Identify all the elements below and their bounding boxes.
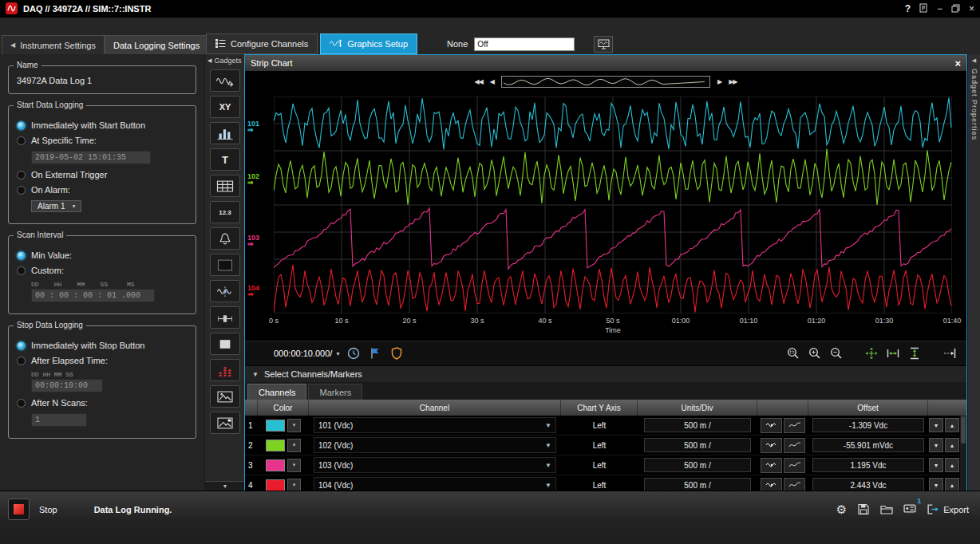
channel-select[interactable]: 102 (Vdc)▼ — [314, 437, 556, 453]
zoom-region-icon[interactable] — [786, 346, 800, 361]
radio-button[interactable] — [17, 341, 26, 350]
report-icon[interactable] — [919, 3, 928, 14]
save-icon[interactable] — [857, 503, 870, 515]
step-forward-button[interactable]: ▶ — [717, 78, 721, 85]
offset-down-button[interactable]: ▼ — [929, 418, 943, 432]
tab-markers[interactable]: Markers — [308, 384, 362, 400]
radio-button[interactable] — [17, 399, 26, 408]
channel-marker-102[interactable]: 102⇒ — [247, 173, 259, 186]
export-button[interactable]: Export — [927, 503, 969, 515]
color-swatch[interactable] — [266, 479, 285, 491]
radio-start-on-alarm[interactable]: On Alarm: — [17, 185, 188, 195]
configure-channels-button[interactable]: Configure Channels — [206, 34, 318, 54]
zoom-in-icon[interactable] — [808, 346, 822, 361]
radio-stop-immediately[interactable]: Immediately with Stop Button — [17, 341, 188, 350]
units-per-div-input[interactable]: 500 m / — [644, 458, 751, 472]
gadget-annotated-image-button[interactable] — [210, 412, 240, 434]
strip-chart-header[interactable]: Strip Chart × — [245, 55, 966, 71]
gadget-table-button[interactable] — [210, 175, 240, 197]
measure-cursor-icon[interactable] — [942, 346, 957, 361]
color-swatch[interactable] — [266, 459, 285, 471]
instrument-status-icon[interactable]: 1 — [903, 503, 916, 516]
autoscale-icon[interactable] — [864, 346, 879, 361]
radio-button[interactable] — [17, 136, 26, 145]
offset-up-button[interactable]: ▲ — [945, 418, 959, 432]
stop-button[interactable] — [8, 499, 30, 520]
radio-button[interactable] — [17, 266, 26, 275]
channel-select[interactable]: 103 (Vdc)▼ — [314, 457, 556, 473]
color-swatch[interactable] — [266, 420, 285, 432]
gear-icon[interactable]: ⚙ — [836, 503, 847, 515]
monitor-display-icon[interactable] — [594, 36, 613, 53]
tab-instrument-settings[interactable]: ◀ Instrument Settings — [2, 35, 105, 54]
close-icon[interactable]: × — [969, 4, 974, 14]
offset-input[interactable]: -1.309 Vdc — [812, 418, 924, 432]
radio-button[interactable] — [17, 251, 26, 260]
gadget-xy-chart-button[interactable]: XY — [210, 96, 240, 118]
color-swatch[interactable] — [266, 440, 285, 451]
start-time-input[interactable] — [31, 151, 151, 164]
timebase-selector[interactable]: 000:00:10.000/ ▾ — [274, 349, 339, 358]
fast-forward-button[interactable]: ▶▶ — [729, 78, 737, 85]
limits-shield-icon[interactable] — [389, 346, 404, 361]
gadget-histogram-button[interactable] — [210, 122, 240, 144]
minimize-icon[interactable]: − — [937, 4, 942, 14]
radio-scan-min-value[interactable]: Min Value: — [17, 250, 188, 260]
table-scrollbar[interactable] — [960, 416, 966, 495]
gadget-text-button[interactable]: T — [210, 148, 240, 171]
gadget-properties-strip[interactable]: ◀ Gadget Properties — [967, 54, 980, 491]
gadget-slider-button[interactable] — [210, 306, 240, 329]
color-dropdown-button[interactable]: ▾ — [287, 439, 301, 452]
channel-marker-103[interactable]: 103⇒ — [247, 235, 259, 247]
gadget-indicator-button[interactable] — [210, 333, 240, 355]
rewind-button[interactable]: ◀◀ — [475, 78, 483, 85]
open-folder-icon[interactable] — [880, 503, 893, 515]
gadget-bar-graph-button[interactable] — [210, 359, 240, 381]
scrollbar-thumb[interactable] — [961, 416, 966, 443]
close-gadget-icon[interactable]: × — [954, 57, 961, 69]
monitor-value-input[interactable] — [474, 37, 575, 51]
offset-down-button[interactable]: ▼ — [929, 458, 943, 472]
tab-channels[interactable]: Channels — [247, 384, 306, 400]
interpolation-button[interactable] — [784, 458, 805, 473]
units-per-div-input[interactable]: 500 m / — [644, 418, 751, 432]
offset-up-button[interactable]: ▲ — [945, 458, 959, 472]
radio-button[interactable] — [17, 121, 26, 130]
radio-button[interactable] — [17, 357, 26, 365]
marker-flag-icon[interactable] — [368, 346, 382, 361]
gadget-image-button[interactable] — [210, 385, 240, 408]
gadget-blank-panel-button[interactable] — [210, 254, 240, 276]
strip-chart-canvas[interactable] — [274, 97, 952, 313]
interpolation-button[interactable] — [784, 418, 805, 433]
color-dropdown-button[interactable]: ▾ — [287, 419, 301, 432]
gadgets-header[interactable]: ◀ Gadgets — [205, 54, 245, 65]
radio-start-immediately[interactable]: Immediately with Start Button — [17, 120, 188, 130]
channel-select[interactable]: 101 (Vdc)▼ — [314, 417, 556, 433]
offset-input[interactable]: -55.901 mVdc — [812, 438, 924, 452]
gadget-waveform-marker-button[interactable] — [210, 280, 240, 302]
channel-marker-104[interactable]: 104⇒ — [247, 285, 259, 298]
channel-marker-101[interactable]: 101⇒ — [247, 120, 259, 133]
gadget-alarm-button[interactable] — [210, 227, 240, 250]
radio-stop-elapsed-time[interactable]: After Elapsed Time: — [17, 356, 188, 365]
tab-data-logging-settings[interactable]: Data Logging Settings — [105, 35, 208, 54]
step-back-button[interactable]: ◀ — [490, 78, 494, 85]
gadget-digital-display-button[interactable]: 12.3 — [210, 201, 240, 223]
radio-button[interactable] — [17, 171, 26, 179]
scan-interval-input[interactable] — [31, 289, 155, 302]
radio-scan-custom[interactable]: Custom: — [17, 266, 188, 275]
units-per-div-input[interactable]: 500 m / — [644, 438, 751, 452]
line-markers-button[interactable] — [761, 418, 782, 433]
fit-horizontal-icon[interactable] — [886, 346, 900, 361]
color-dropdown-button[interactable]: ▾ — [287, 459, 301, 472]
radio-start-external-trigger[interactable]: On External Trigger — [17, 170, 188, 179]
offset-down-button[interactable]: ▼ — [929, 438, 943, 452]
line-markers-button[interactable] — [761, 438, 782, 453]
n-scans-input[interactable] — [31, 413, 87, 427]
select-channels-header[interactable]: ▼ Select Channels/Markers — [245, 365, 966, 382]
offset-input[interactable]: 1.195 Vdc — [812, 458, 924, 472]
interpolation-button[interactable] — [784, 438, 805, 453]
history-preview-slider[interactable] — [501, 76, 710, 88]
help-icon[interactable]: ? — [905, 4, 911, 14]
radio-button[interactable] — [17, 186, 26, 195]
